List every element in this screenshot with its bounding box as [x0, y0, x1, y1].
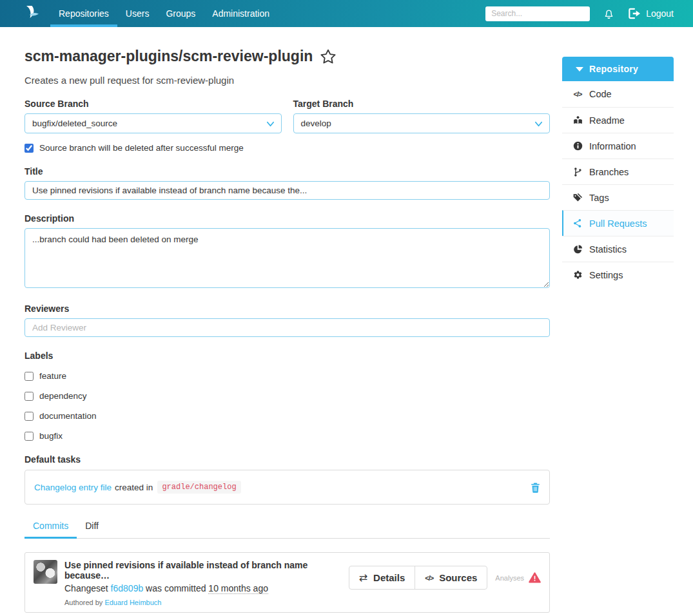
sidebar-item-settings[interactable]: Settings	[562, 262, 674, 287]
target-branch-field: Target Branch develop	[293, 99, 551, 133]
branches-icon	[572, 167, 583, 177]
commit-actions: ⇄ Details </> Sources Analyses	[349, 560, 541, 590]
nav-item-administration[interactable]: Administration	[204, 0, 278, 27]
chevron-down-icon	[266, 120, 275, 128]
page-subtitle: Creates a new pull request for scm-revie…	[24, 75, 550, 86]
sidebar-item-information[interactable]: Information	[562, 133, 674, 159]
sidebar-item-readme[interactable]: Readme	[562, 107, 674, 133]
sidebar-item-label: Pull Requests	[589, 218, 647, 229]
delete-task-button[interactable]	[531, 482, 540, 493]
logout-button[interactable]: Logout	[628, 8, 674, 19]
sidebar-header-repository[interactable]: Repository	[562, 57, 674, 81]
commit-meta: Changeset f6d809b was committed 10 month…	[64, 583, 349, 593]
page-title: scm-manager-plugins/scm-review-plugin	[24, 48, 550, 65]
bell-icon	[603, 7, 615, 20]
commit-info: Use pinned revisions if available instea…	[64, 560, 349, 606]
nav-item-groups[interactable]: Groups	[157, 0, 204, 27]
sidebar-item-code[interactable]: </> Code	[562, 81, 674, 107]
description-textarea[interactable]: ...branch could had been deleted on merg…	[24, 228, 550, 288]
bugfix-label: bugfix	[39, 431, 63, 441]
statistics-icon	[572, 244, 583, 254]
code-icon: </>	[425, 574, 433, 582]
source-branch-field: Source Branch bugfix/deleted_source	[24, 99, 282, 133]
readme-icon	[572, 115, 583, 125]
logout-icon	[628, 8, 641, 19]
scm-manager-logo[interactable]	[23, 0, 40, 27]
page-body: scm-manager-plugins/scm-review-plugin Cr…	[0, 27, 693, 616]
branch-row: Source Branch bugfix/deleted_source Targ…	[24, 99, 550, 133]
feature-checkbox[interactable]	[24, 372, 34, 381]
feature-label: feature	[39, 371, 66, 381]
tags-icon	[572, 193, 583, 202]
nav-item-users[interactable]: Users	[117, 0, 158, 27]
bugfix-checkbox[interactable]	[24, 432, 34, 441]
commit-title: Use pinned revisions if available instea…	[64, 560, 349, 581]
navbar: Repositories Users Groups Administration…	[0, 0, 693, 27]
add-reviewer-input[interactable]	[24, 318, 550, 337]
repository-name: scm-manager-plugins/scm-review-plugin	[24, 48, 313, 65]
author-link[interactable]: Eduard Heimbuch	[104, 599, 161, 606]
delete-source-checkbox[interactable]	[24, 144, 34, 153]
target-branch-select[interactable]: develop	[293, 113, 551, 133]
navbar-right: Logout	[485, 0, 674, 27]
source-branch-value: bugfix/deleted_source	[32, 119, 117, 128]
repository-sidebar: Repository </> Code Readme	[562, 57, 674, 616]
tab-diff[interactable]: Diff	[77, 519, 107, 539]
trash-icon	[531, 482, 540, 493]
changeset-prefix: Changeset	[64, 583, 108, 593]
pull-requests-icon	[572, 218, 583, 228]
source-branch-select[interactable]: bugfix/deleted_source	[24, 113, 282, 133]
target-branch-value: develop	[301, 119, 331, 128]
task-path-code: gradle/changelog	[157, 481, 240, 494]
commit-button-group: ⇄ Details </> Sources	[349, 566, 488, 590]
changes-tabs: Commits Diff	[24, 519, 550, 539]
commit-author-avatar	[34, 560, 57, 584]
documentation-label: documentation	[39, 411, 97, 421]
labels-field: Labels feature dependency documentation …	[24, 351, 550, 441]
exchange-icon: ⇄	[359, 572, 367, 584]
committed-text: was committed	[146, 583, 206, 593]
title-input[interactable]	[24, 181, 550, 200]
sidebar-item-label: Tags	[589, 193, 609, 203]
sidebar-item-label: Branches	[589, 167, 629, 177]
notifications-button[interactable]	[603, 7, 615, 20]
settings-icon	[572, 270, 583, 280]
favorite-star-icon[interactable]	[320, 48, 337, 65]
information-icon	[572, 141, 583, 151]
changelog-task-link[interactable]: Changelog entry file	[34, 483, 112, 492]
sources-button[interactable]: </> Sources	[415, 566, 487, 589]
task-connector-text: created in	[115, 483, 153, 492]
committed-time: 10 months ago	[208, 583, 268, 594]
nav-item-repositories[interactable]: Repositories	[50, 0, 117, 27]
default-tasks-label: Default tasks	[24, 454, 550, 465]
collapse-triangle-icon	[576, 67, 583, 72]
sidebar-item-label: Information	[589, 141, 636, 151]
sidebar-item-label: Statistics	[589, 244, 627, 255]
commit-card: Use pinned revisions if available instea…	[24, 552, 550, 613]
sidebar-header-label: Repository	[589, 64, 638, 74]
tab-commits[interactable]: Commits	[24, 519, 77, 539]
default-task-card: Changelog entry file created in gradle/c…	[24, 470, 550, 505]
sidebar-item-tags[interactable]: Tags	[562, 184, 674, 210]
chevron-down-icon	[534, 120, 543, 128]
label-option-documentation: documentation	[24, 411, 550, 421]
sources-label: Sources	[439, 572, 477, 583]
sidebar-item-pull-requests[interactable]: Pull Requests	[562, 210, 674, 236]
reviewers-field: Reviewers	[24, 303, 550, 337]
dependency-checkbox[interactable]	[24, 392, 34, 401]
analyses-indicator[interactable]: Analyses	[495, 572, 541, 583]
logo-bird-icon	[23, 5, 40, 23]
code-icon: </>	[572, 90, 583, 98]
documentation-checkbox[interactable]	[24, 412, 34, 421]
warning-triangle-icon	[529, 572, 541, 583]
changeset-id-link[interactable]: f6d809b	[111, 583, 144, 593]
search-input[interactable]	[485, 6, 590, 21]
sidebar-item-statistics[interactable]: Statistics	[562, 236, 674, 262]
details-button[interactable]: ⇄ Details	[349, 566, 415, 589]
details-label: Details	[373, 572, 405, 583]
delete-source-label: Source branch will be deleted after succ…	[39, 143, 244, 153]
sidebar-item-branches[interactable]: Branches	[562, 159, 674, 184]
title-field: Title	[24, 166, 550, 200]
main-content: scm-manager-plugins/scm-review-plugin Cr…	[24, 27, 550, 616]
dependency-label: dependency	[39, 391, 87, 401]
